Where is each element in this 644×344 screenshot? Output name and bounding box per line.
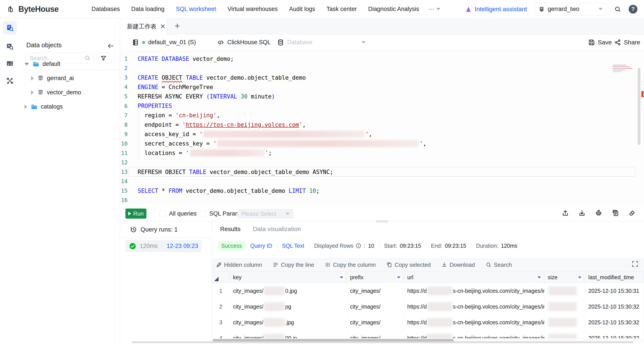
cell-last-modified-time[interactable]: 2025-12-10 15:30:32	[585, 299, 644, 315]
fullscreen-icon[interactable]	[631, 260, 639, 268]
tree-node-default[interactable]: default	[20, 57, 120, 71]
editor-line[interactable]: 6PROPERTIES	[120, 101, 644, 111]
editor-line[interactable]: 13REFRESH OBJECT TABLE vector_demo.objec…	[120, 167, 644, 176]
cell-url[interactable]: https://ds-cn-beijing.volces.com/city_im…	[404, 283, 545, 299]
editor-line[interactable]: 16	[120, 195, 644, 205]
nav-item-sql-worksheet[interactable]: SQL worksheet	[176, 6, 216, 12]
nav-item-databases[interactable]: Databases	[92, 6, 120, 12]
rail-code-window-icon[interactable]	[3, 56, 17, 70]
cell-size[interactable]	[545, 299, 585, 315]
rail-query-monitor-icon[interactable]	[3, 39, 17, 53]
rail-data-objects-icon[interactable]	[3, 21, 17, 35]
brand[interactable]: ByteHouse	[6, 4, 59, 14]
collapse-panel-icon[interactable]	[107, 42, 115, 50]
tool-search[interactable]: Search	[486, 262, 512, 268]
column-filter-button[interactable]	[338, 274, 345, 281]
share-button[interactable]: Share	[614, 34, 640, 50]
tree-node-gerrard_ai[interactable]: gerrard_ai	[20, 71, 120, 85]
worksheet-tab[interactable]: 新建工作表 ✕	[120, 18, 167, 34]
table-row[interactable]: 3city_images/.jpgcity_images/https://ds-…	[212, 315, 644, 331]
editor-scrollbar[interactable]	[638, 68, 640, 145]
sql-text-link[interactable]: SQL Text	[282, 243, 304, 249]
splitter-handle[interactable]	[376, 220, 388, 222]
sql-params-checkbox[interactable]: SQL Params	[200, 210, 243, 217]
nav-item-task-center[interactable]: Task center	[326, 6, 357, 12]
editor-line[interactable]: 11 locations = '';	[120, 148, 644, 158]
tab-data-visualization[interactable]: Data visualization	[253, 226, 301, 233]
database-selector[interactable]: Database	[277, 34, 366, 50]
nav-more-menu[interactable]: ···	[428, 6, 440, 12]
nav-item-data-loading[interactable]: Data loading	[131, 6, 164, 12]
editor-line[interactable]: 7 region = 'cn-beijing',	[120, 111, 644, 120]
cell-last-modified-time[interactable]: 2025-12-10 15:30:31	[585, 283, 644, 299]
page-hscrollbar[interactable]	[132, 341, 634, 343]
column-filter-button[interactable]	[536, 274, 543, 281]
editor-line[interactable]: 15SELECT * FROM vector_demo.object_table…	[120, 186, 644, 195]
global-search-icon[interactable]	[614, 6, 621, 13]
column-header-prefix[interactable]: prefix	[347, 272, 404, 283]
nav-item-audit-logs[interactable]: Audit logs	[289, 6, 315, 12]
tree-node-vector_demo[interactable]: vector_demo	[20, 85, 120, 100]
checkbox-icon[interactable]	[159, 210, 166, 217]
all-queries-checkbox[interactable]: All queries	[159, 210, 196, 217]
select-all-icon[interactable]	[214, 277, 218, 281]
nav-item-diagnostic-analysis[interactable]: Diagnostic Analysis	[368, 6, 419, 12]
cell-size[interactable]	[545, 315, 585, 330]
editor-line[interactable]: 4ENGINE = CnchMergeTree	[120, 82, 644, 92]
table-row[interactable]: 2city_images/pgcity_images/https://ds-cn…	[212, 299, 644, 315]
tool-download[interactable]: Download	[441, 262, 475, 268]
run-button[interactable]: Run	[126, 208, 146, 219]
warehouse-selector[interactable]: default_vw_01 (S)	[132, 34, 196, 50]
caret-right-icon[interactable]	[24, 105, 27, 109]
cell-size[interactable]	[545, 283, 585, 299]
column-header-last_modified_time[interactable]: last_modified_time	[585, 272, 644, 283]
workspace-selector[interactable]: gerrard_two	[534, 3, 607, 15]
editor-line[interactable]: 3CREATE OBJECT TABLE vector_demo.object_…	[120, 73, 644, 82]
cell-prefix[interactable]: city_images/	[347, 299, 404, 315]
sql-editor[interactable]: 1CREATE DATABASE vector_demo;23CREATE OB…	[120, 50, 644, 206]
checkbox-icon[interactable]	[200, 210, 206, 217]
table-row[interactable]: 1city_images/0.jpgcity_images/https://ds…	[212, 283, 644, 299]
caret-right-icon[interactable]	[31, 90, 34, 95]
cell-key[interactable]: city_images/.jpg	[230, 315, 347, 330]
cell-key[interactable]: city_images/pg	[230, 299, 347, 315]
column-filter-button[interactable]	[395, 274, 402, 281]
tool-copy-the-line[interactable]: Copy the line	[272, 262, 314, 268]
query-id-link[interactable]: Query ID	[250, 243, 272, 249]
column-filter-button[interactable]	[576, 274, 583, 281]
copy-icon[interactable]	[612, 209, 619, 217]
rail-lineage-icon[interactable]	[3, 74, 17, 88]
editor-line[interactable]: 2	[120, 63, 644, 73]
tool-copy-selected[interactable]: Copy selected	[386, 262, 431, 268]
table-corner-cell[interactable]	[212, 272, 230, 283]
tab-results[interactable]: Results	[220, 226, 240, 233]
editor-line[interactable]: 12	[120, 158, 644, 167]
tool-copy-the-column[interactable]: Copy the column	[325, 262, 376, 268]
cell-prefix[interactable]: city_images/	[347, 283, 404, 299]
editor-line[interactable]: 10 secret_access_key = '',	[120, 139, 644, 148]
format-brush-icon[interactable]	[595, 209, 602, 217]
editor-line[interactable]: 5REFRESH ASYNC EVERY (INTERVAL 30 minute…	[120, 92, 644, 101]
dialect-selector[interactable]: ClickHouse SQL	[217, 34, 271, 50]
download-icon[interactable]	[578, 209, 586, 217]
tool-hidden-column[interactable]: Hidden column	[216, 262, 262, 268]
param-select[interactable]: Please Select	[238, 209, 294, 219]
intelligent-assistant-button[interactable]: Intelligent assistant	[465, 5, 527, 13]
info-icon[interactable]	[356, 243, 361, 249]
cell-url[interactable]: https://ds-cn-beijing.volces.com/city_im…	[404, 315, 545, 330]
column-header-url[interactable]: url	[404, 272, 545, 283]
column-header-size[interactable]: size	[545, 272, 585, 283]
nav-item-virtual-warehouses[interactable]: Virtual warehouses	[228, 6, 278, 12]
cell-key[interactable]: city_images/0.jpg	[230, 283, 347, 299]
help-button[interactable]: ?	[629, 5, 638, 13]
caret-down-icon[interactable]	[24, 63, 29, 65]
query-run-item[interactable]: 120ms 12-23 09:23	[126, 240, 202, 252]
tree-node-catalogs[interactable]: catalogs	[20, 100, 120, 114]
cell-last-modified-time[interactable]: 2025-12-10 15:30:32	[585, 315, 644, 330]
upload-icon[interactable]	[562, 209, 569, 217]
cell-url[interactable]: https://ds-cn-beijing.volces.com/city_im…	[404, 299, 545, 315]
column-header-key[interactable]: key	[230, 272, 347, 283]
cell-prefix[interactable]: city_images/	[347, 315, 404, 330]
editor-line[interactable]: 14	[120, 176, 644, 186]
save-button[interactable]: Save	[588, 34, 612, 50]
